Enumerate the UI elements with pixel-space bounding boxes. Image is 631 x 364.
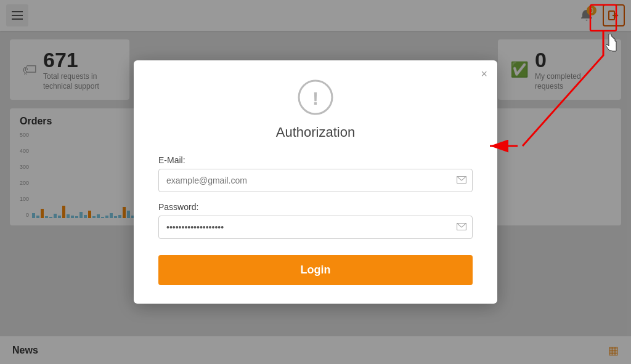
email-input[interactable]: [158, 169, 473, 192]
password-label: Password:: [158, 202, 473, 212]
email-input-icon: [457, 176, 466, 185]
warning-circle-icon: !: [297, 79, 334, 116]
modal-overlay: × ! Authorization E-Mail:: [0, 0, 631, 364]
modal-close-button[interactable]: ×: [481, 68, 487, 81]
email-input-wrapper: [158, 169, 473, 192]
password-form-group: Password:: [158, 202, 473, 239]
email-label: E-Mail:: [158, 155, 473, 165]
modal-title: Authorization: [158, 124, 473, 140]
password-input-wrapper: [158, 216, 473, 239]
password-input-icon: [457, 222, 466, 232]
password-input[interactable]: [158, 216, 473, 239]
login-submit-button[interactable]: Login: [158, 255, 473, 285]
email-form-group: E-Mail:: [158, 155, 473, 192]
authorization-modal: × ! Authorization E-Mail:: [134, 60, 497, 304]
svg-text:!: !: [312, 88, 319, 108]
modal-icon: !: [158, 79, 473, 118]
